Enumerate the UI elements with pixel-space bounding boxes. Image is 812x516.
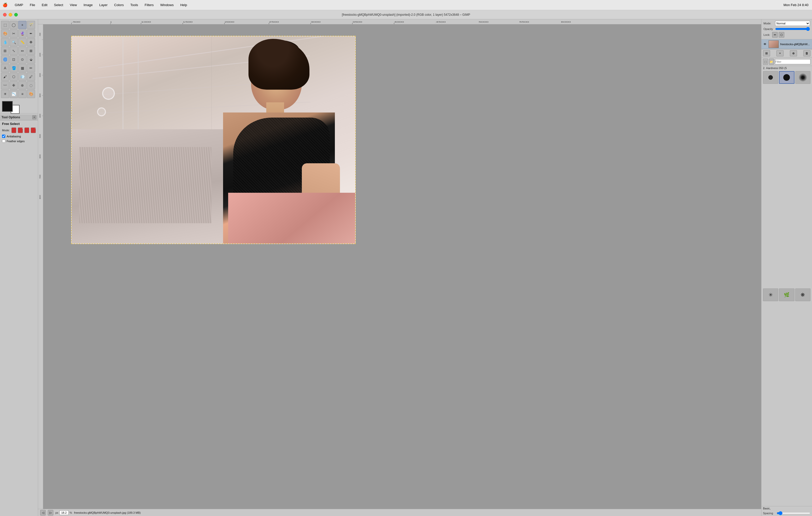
duplicate-layer-button[interactable]: ⊕ <box>790 50 797 56</box>
minimize-button[interactable] <box>9 13 12 17</box>
tool-dodge-burn[interactable]: ☀ <box>1 90 9 98</box>
canvas-container[interactable]: -500 1000 2000 3000 4000 5000 6000 7000 … <box>38 24 761 509</box>
tool-hue-sat[interactable]: 🎨 <box>27 90 35 98</box>
menu-view[interactable]: View <box>69 3 78 7</box>
tool-gradient[interactable]: ▦ <box>18 64 26 72</box>
brush-ctrl-1[interactable]: ⬚ <box>763 59 768 65</box>
tool-free-select[interactable]: ⌖ <box>18 21 26 29</box>
tool-move[interactable]: ✥ <box>27 38 35 46</box>
tool-fuzzy-select[interactable]: 🪄 <box>27 21 35 29</box>
lock-row: Lock: ✏ ⬡ <box>763 32 810 38</box>
svg-text:5000: 5000 <box>478 21 489 23</box>
tool-icons-grid: ⬚ ◯ ⌖ 🪄 🎨 ✂ 🔮 ✒ 💧 🔍 📏 ✥ ⊞ ⤡ ⇔ ⊠ 🌀 ⊡ ⊙ ⬙ … <box>0 19 38 99</box>
tool-align[interactable]: ⊞ <box>1 47 9 55</box>
tool-perspective[interactable]: ⬙ <box>27 55 35 63</box>
mode-replace-button[interactable] <box>11 127 17 133</box>
tool-levels[interactable]: ≡ <box>18 90 26 98</box>
menu-layer[interactable]: Layer <box>98 3 109 7</box>
titlebar: [freestocks-gMQBphWUMQ0-unsplash] (impor… <box>0 10 812 19</box>
menu-select[interactable]: Select <box>53 3 64 7</box>
spacing-label: Spacing <box>763 512 776 515</box>
tool-options-config-button[interactable]: + <box>32 115 36 119</box>
tool-ellipse-select[interactable]: ◯ <box>10 21 18 29</box>
tool-eraser[interactable]: ⬡ <box>10 72 18 81</box>
zoom-input[interactable] <box>59 510 68 515</box>
menu-help[interactable]: Help <box>179 3 188 7</box>
tool-curves[interactable]: 📉 <box>10 90 18 98</box>
menu-edit[interactable]: Edit <box>41 3 48 7</box>
lock-pixels-button[interactable]: ✏ <box>772 32 778 38</box>
lock-alpha-button[interactable]: ⬡ <box>779 32 784 38</box>
brush-name-label: 2. Hardness 050 (5 <box>761 66 812 70</box>
tool-transform[interactable]: ⤡ <box>10 47 18 55</box>
tool-rect-select[interactable]: ⬚ <box>1 21 9 29</box>
tool-pencil[interactable]: ✏ <box>27 64 35 72</box>
image-canvas[interactable] <box>71 36 356 244</box>
feather-edges-checkbox[interactable] <box>2 140 5 143</box>
new-layer-button[interactable]: + <box>777 50 784 56</box>
tool-paint-bucket[interactable]: 🪣 <box>10 64 18 72</box>
tool-paths[interactable]: ✒ <box>27 29 35 38</box>
spacing-slider[interactable] <box>777 511 810 515</box>
mode-subtract-button[interactable]: - <box>24 127 29 133</box>
blend-mode-select[interactable]: Normal Multiply Screen <box>775 21 810 26</box>
tool-flip[interactable]: ⇔ <box>18 47 26 55</box>
opacity-slider[interactable] <box>775 27 810 31</box>
apple-menu[interactable]: 🍎 <box>3 3 8 7</box>
tool-handle-transform[interactable]: ⊙ <box>18 55 26 63</box>
tool-unified-transform[interactable]: ⊡ <box>10 55 18 63</box>
menu-colors[interactable]: Colors <box>113 3 125 7</box>
nav-right-button[interactable]: ▷ <box>48 510 53 515</box>
svg-text:2500: 2500 <box>269 21 279 23</box>
menu-tools[interactable]: Tools <box>129 3 139 7</box>
tool-airbrush[interactable]: 💨 <box>18 72 26 81</box>
menu-file[interactable]: File <box>29 3 36 7</box>
menu-gimp[interactable]: GIMP <box>14 3 24 7</box>
tool-smudge[interactable]: 〰 <box>1 81 9 89</box>
maximize-button[interactable] <box>14 13 18 17</box>
brush-item-4[interactable]: ✳ <box>763 289 778 301</box>
tool-by-color-select[interactable]: 🎨 <box>1 29 9 38</box>
tool-color-picker[interactable]: 💧 <box>1 38 9 46</box>
tool-cage[interactable]: ⊠ <box>27 47 35 55</box>
tool-zoom[interactable]: 🔍 <box>10 38 18 46</box>
tool-scissors[interactable]: ✂ <box>10 29 18 38</box>
brush-item-6[interactable]: ❋ <box>795 289 810 301</box>
spacing-row: Spacing <box>761 510 812 516</box>
brush-filter-input[interactable] <box>775 59 810 64</box>
layer-list-item[interactable]: 👁 freestocks-gMQBphW... <box>761 39 812 49</box>
mode-add-button[interactable]: + <box>18 127 23 133</box>
brush-item-3[interactable] <box>795 71 810 84</box>
mode-label: Mode: <box>763 22 774 25</box>
tool-ink[interactable]: 🖊 <box>27 72 35 81</box>
mode-row: Mode: Normal Multiply Screen <box>763 21 810 26</box>
tool-convolve[interactable]: ◌ <box>27 81 35 89</box>
menu-windows[interactable]: Windows <box>159 3 175 7</box>
tool-measure[interactable]: 📏 <box>18 38 26 46</box>
brush-item-1[interactable] <box>763 71 778 84</box>
tool-text[interactable]: A <box>1 64 9 72</box>
foreground-color[interactable] <box>2 101 13 112</box>
antialiasing-checkbox[interactable] <box>2 134 5 138</box>
menubar: 🍎 GIMP File Edit Select View Image Layer… <box>0 0 812 10</box>
tool-options-header: Tool Options + <box>0 115 38 120</box>
menu-image[interactable]: Image <box>83 3 94 7</box>
brush-item-2[interactable] <box>779 71 794 84</box>
brush-item-5[interactable]: 🌿 <box>779 289 794 301</box>
new-layer-group-button[interactable]: ⊞ <box>763 50 770 56</box>
delete-layer-button[interactable]: 🗑 <box>803 50 810 56</box>
tool-clone[interactable]: ⊕ <box>18 81 26 89</box>
tool-warp[interactable]: 🌀 <box>1 55 9 63</box>
mode-intersect-button[interactable]: ∩ <box>31 127 36 133</box>
layer-visibility-toggle[interactable]: 👁 <box>763 42 767 46</box>
tool-heal[interactable]: ✙ <box>10 81 18 89</box>
tool-foreground-select[interactable]: 🔮 <box>18 29 26 38</box>
menu-filters[interactable]: Filters <box>144 3 154 7</box>
tool-paintbrush[interactable]: 🖌 <box>1 72 9 81</box>
window-title: [freestocks-gMQBphWUMQ0-unsplash] (impor… <box>342 13 470 17</box>
nav-left-button[interactable]: ◁ <box>40 510 46 515</box>
layer-thumbnail <box>768 40 779 48</box>
layers-action-buttons: ⊞ + ⊕ 🗑 <box>761 49 812 58</box>
close-button[interactable] <box>3 13 7 17</box>
brush-ctrl-2[interactable]: 📁 <box>769 59 774 65</box>
